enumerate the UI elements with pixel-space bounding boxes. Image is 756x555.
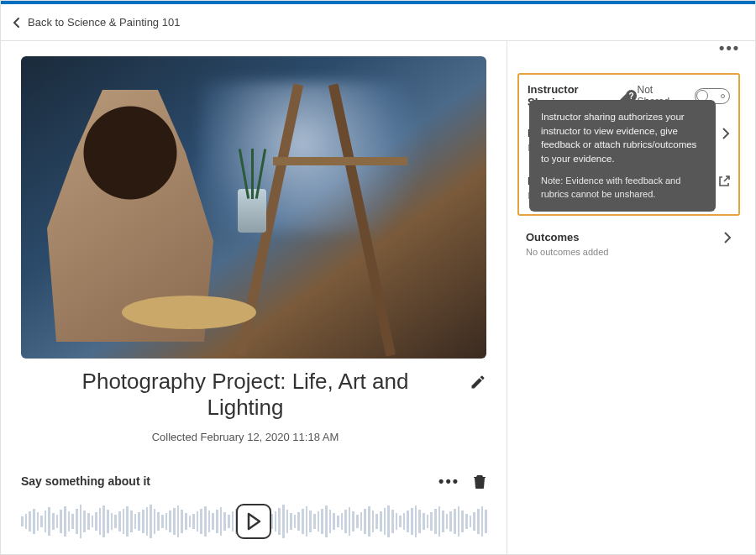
waveform-bar [118, 511, 121, 531]
waveform-bar [454, 509, 456, 534]
waveform-bar [415, 505, 417, 537]
waveform-bar [364, 509, 366, 534]
chevron-right-icon[interactable] [722, 128, 730, 139]
waveform-bar [114, 515, 117, 528]
waveform-bar [427, 515, 429, 528]
waveform-bar [352, 511, 354, 531]
waveform-bar [442, 510, 444, 532]
waveform-bar [349, 507, 351, 536]
waveform-bar [232, 511, 234, 531]
waveform-bar [197, 511, 199, 531]
waveform-bar [461, 510, 464, 532]
waveform-bar [380, 511, 382, 531]
sidebar-panel: ••• Instructor Sharing ? Not Shared Inst… [507, 41, 755, 554]
waveform-bar [223, 512, 226, 531]
waveform-bar [123, 509, 125, 534]
waveform-bar [275, 511, 277, 531]
pencil-icon[interactable] [470, 374, 486, 390]
waveform-bar [356, 515, 359, 528]
waveform-bar [309, 510, 312, 532]
waveform-bar [130, 510, 133, 532]
waveform-bar [212, 513, 214, 530]
waveform-bar [399, 516, 402, 527]
waveform-bar [396, 513, 398, 530]
chevron-left-icon [13, 18, 21, 28]
waveform-bar [56, 515, 59, 528]
collected-timestamp: Collected February 12, 2020 11:18 AM [21, 431, 470, 443]
waveform-bar [477, 509, 480, 534]
waveform-bar [473, 512, 475, 531]
waveform-bar [282, 505, 285, 538]
waveform-bar [403, 513, 406, 530]
waveform-bar [95, 512, 97, 531]
evidence-image [21, 56, 486, 359]
waveform-bar [318, 511, 320, 531]
waveform-bar [102, 505, 105, 537]
waveform-bar [294, 515, 297, 528]
waveform-bar [329, 510, 332, 533]
waveform-bar [375, 514, 378, 529]
outcomes-section: Outcomes No outcomes added [526, 231, 732, 257]
waveform-bar [161, 515, 164, 528]
waveform-bar [29, 511, 31, 531]
breadcrumb[interactable]: Back to Science & Painting 101 [1, 4, 755, 41]
waveform-bar [411, 508, 413, 535]
waveform-bar [99, 508, 102, 535]
chevron-right-icon[interactable] [723, 232, 732, 243]
waveform-bar [200, 509, 202, 534]
play-button[interactable] [236, 504, 271, 539]
waveform-bar [220, 507, 223, 536]
waveform-bar [313, 514, 316, 529]
waveform-bar [290, 513, 292, 530]
play-icon [245, 512, 262, 531]
waveform-bar [37, 512, 39, 531]
waveform-bar [387, 505, 390, 537]
waveform-bar [337, 516, 339, 527]
main-panel: Photography Project: Life, Art and Light… [1, 41, 507, 554]
waveform-bar [372, 510, 375, 532]
waveform-bar [344, 510, 347, 533]
waveform-bar [306, 506, 308, 537]
waveform-bar [87, 513, 90, 530]
waveform-bar [302, 509, 304, 534]
waveform-bar [92, 516, 94, 527]
waveform-bar [21, 516, 24, 526]
waveform-bar [333, 513, 335, 530]
tooltip-note: Note: Evidence with feedback and rubrics… [541, 175, 704, 202]
waveform-bar [216, 510, 218, 533]
waveform-bar [321, 509, 323, 534]
waveform-bar [185, 513, 187, 530]
waveform-bar [446, 514, 449, 529]
instructor-sharing-box: Instructor Sharing ? Not Shared Instruct… [517, 73, 740, 216]
waveform-bar [107, 510, 109, 533]
waveform-bar [434, 509, 437, 534]
waveform-bar [173, 508, 176, 535]
audio-waveform [21, 497, 486, 546]
waveform-bar [181, 510, 183, 533]
waveform-bar [64, 506, 66, 537]
trash-icon[interactable] [473, 474, 486, 489]
waveform-bar [192, 514, 195, 529]
waveform-bar [83, 510, 86, 532]
waveform-bar [438, 506, 441, 537]
waveform-bar [204, 506, 207, 537]
waveform-bar [449, 511, 452, 531]
waveform-bar [71, 514, 74, 529]
evidence-title: Photography Project: Life, Art and Light… [21, 369, 470, 421]
waveform-bar [228, 515, 230, 528]
waveform-bar [465, 514, 468, 529]
external-link-icon[interactable] [718, 175, 730, 187]
outcomes-title: Outcomes [526, 231, 580, 243]
waveform-bar [60, 510, 62, 533]
waveform-bar [40, 516, 43, 527]
waveform-bar [68, 511, 71, 531]
waveform-bar [142, 510, 144, 533]
waveform-bar [360, 512, 363, 531]
waveform-bar [165, 513, 168, 530]
waveform-bar [458, 506, 460, 537]
waveform-bar [150, 505, 152, 538]
waveform-bar [134, 514, 137, 529]
waveform-bar [138, 512, 140, 531]
waveform-bar [25, 514, 28, 529]
waveform-bar [111, 513, 113, 530]
